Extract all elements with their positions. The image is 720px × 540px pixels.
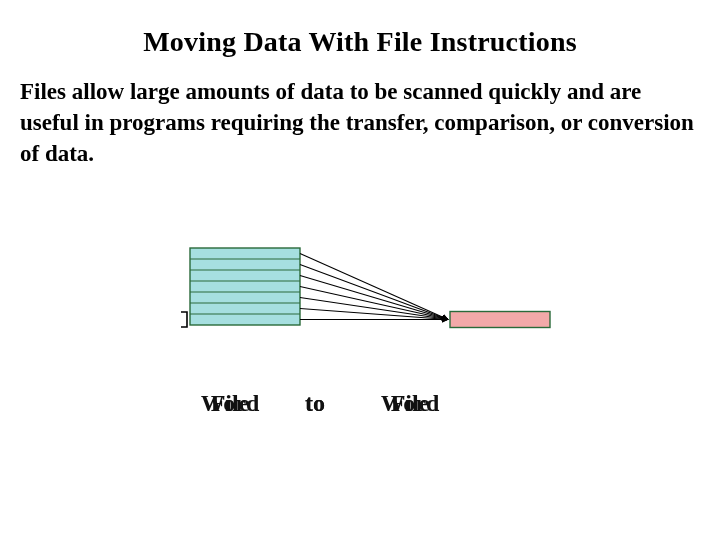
file-to-word-diagram [180,238,560,348]
svg-rect-7 [450,312,550,328]
svg-line-10 [300,276,448,320]
caption-3-word: Word [365,390,455,417]
caption-1-word: Word [190,390,270,417]
diagram-svg [180,238,560,348]
intro-paragraph: Files allow large amounts of data to be … [20,76,700,169]
svg-line-12 [300,298,448,320]
page-title: Moving Data With File Instructions [18,26,702,58]
caption-row: File Word to to File Word [190,390,470,430]
caption-2-to-b: to [285,390,345,417]
